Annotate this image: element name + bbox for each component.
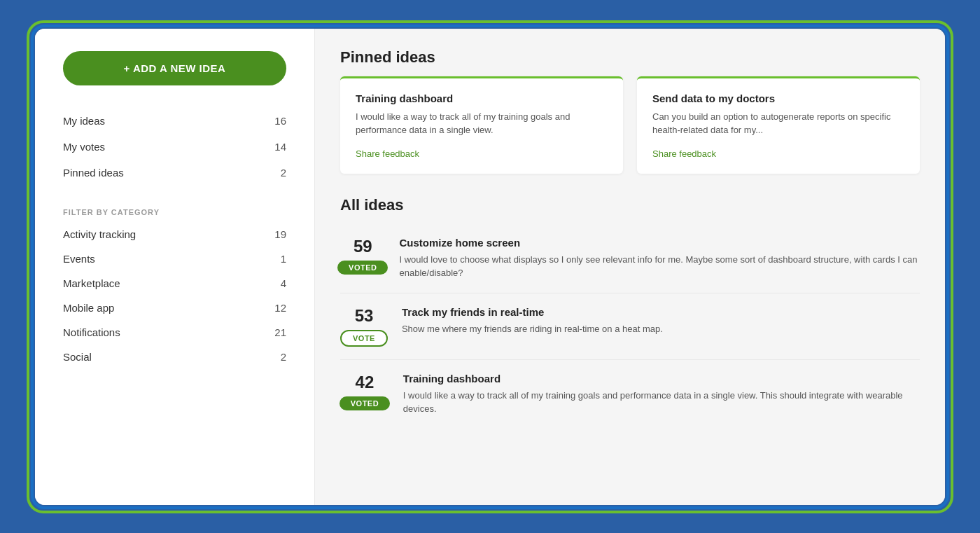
idea-content: Customize home screen I would love to ch… bbox=[400, 237, 920, 280]
category-item[interactable]: Events1 bbox=[63, 247, 286, 271]
vote-count: 53 bbox=[355, 306, 374, 326]
pinned-card-title: Training dashboard bbox=[356, 92, 608, 104]
idea-item-1: 53 VOTE Track my friends in real-time Sh… bbox=[340, 293, 920, 360]
pinned-card-desc: Can you build an option to autogenerate … bbox=[652, 110, 904, 137]
pinned-card-0: Training dashboard I would like a way to… bbox=[340, 76, 623, 174]
all-ideas-section-title: All ideas bbox=[340, 196, 920, 214]
category-count: 12 bbox=[274, 302, 286, 314]
add-idea-button[interactable]: + ADD A NEW IDEA bbox=[63, 51, 286, 85]
idea-content: Track my friends in real-time Show me wh… bbox=[402, 306, 663, 336]
category-list: Activity tracking19Events1Marketplace4Mo… bbox=[63, 222, 286, 369]
nav-list: My ideas16My votes14Pinned ideas2 bbox=[63, 108, 286, 186]
nav-item[interactable]: Pinned ideas2 bbox=[63, 160, 286, 186]
nav-item-count: 2 bbox=[281, 167, 286, 179]
nav-item[interactable]: My ideas16 bbox=[63, 108, 286, 134]
category-item[interactable]: Marketplace4 bbox=[63, 271, 286, 296]
idea-item-2: 42 VOTED Training dashboard I would like… bbox=[340, 360, 920, 429]
main-content: Pinned ideas Training dashboard I would … bbox=[315, 29, 945, 505]
vote-count: 59 bbox=[354, 237, 372, 256]
share-feedback-link[interactable]: Share feedback bbox=[356, 148, 419, 159]
vote-button[interactable]: VOTED bbox=[337, 261, 388, 275]
idea-item-0: 59 VOTED Customize home screen I would l… bbox=[340, 224, 920, 293]
category-label: Activity tracking bbox=[63, 228, 136, 240]
category-count: 4 bbox=[281, 277, 286, 289]
vote-block: 59 VOTED bbox=[340, 237, 386, 275]
vote-button[interactable]: VOTE bbox=[340, 330, 388, 347]
pinned-grid: Training dashboard I would like a way to… bbox=[340, 76, 920, 174]
category-label: Events bbox=[63, 253, 95, 265]
pinned-section-title: Pinned ideas bbox=[340, 48, 920, 67]
nav-item-count: 16 bbox=[274, 115, 286, 127]
nav-item-label: My ideas bbox=[63, 115, 105, 127]
idea-content: Training dashboard I would like a way to… bbox=[403, 373, 920, 416]
idea-desc: Show me where my friends are riding in r… bbox=[402, 322, 663, 336]
category-item[interactable]: Social2 bbox=[63, 345, 286, 369]
vote-button[interactable]: VOTED bbox=[340, 396, 390, 410]
vote-block: 42 VOTED bbox=[340, 373, 389, 410]
idea-desc: I would love to choose what displays so … bbox=[400, 253, 920, 280]
category-item[interactable]: Mobile app12 bbox=[63, 296, 286, 320]
category-count: 2 bbox=[281, 351, 286, 363]
category-label: Social bbox=[63, 351, 92, 363]
app-container: + ADD A NEW IDEA My ideas16My votes14Pin… bbox=[35, 29, 945, 505]
filter-label: FILTER BY CATEGORY bbox=[63, 208, 286, 216]
idea-desc: I would like a way to track all of my tr… bbox=[403, 389, 920, 416]
sidebar: + ADD A NEW IDEA My ideas16My votes14Pin… bbox=[35, 29, 315, 505]
pinned-card-title: Send data to my doctors bbox=[652, 92, 904, 104]
nav-item[interactable]: My votes14 bbox=[63, 134, 286, 160]
nav-item-label: Pinned ideas bbox=[63, 167, 124, 179]
category-item[interactable]: Notifications21 bbox=[63, 320, 286, 345]
pinned-card-desc: I would like a way to track all of my tr… bbox=[356, 110, 608, 137]
category-count: 19 bbox=[274, 228, 286, 240]
category-count: 21 bbox=[274, 326, 286, 338]
nav-item-label: My votes bbox=[63, 141, 105, 153]
category-label: Mobile app bbox=[63, 302, 114, 314]
category-item[interactable]: Activity tracking19 bbox=[63, 222, 286, 247]
outer-frame: + ADD A NEW IDEA My ideas16My votes14Pin… bbox=[35, 29, 945, 505]
category-label: Marketplace bbox=[63, 277, 120, 289]
vote-count: 42 bbox=[356, 373, 374, 392]
all-ideas-list: 59 VOTED Customize home screen I would l… bbox=[340, 224, 920, 429]
idea-title: Track my friends in real-time bbox=[402, 306, 663, 318]
category-label: Notifications bbox=[63, 326, 120, 338]
pinned-card-1: Send data to my doctors Can you build an… bbox=[637, 76, 920, 174]
share-feedback-link[interactable]: Share feedback bbox=[652, 148, 716, 159]
vote-block: 53 VOTE bbox=[340, 306, 388, 347]
category-count: 1 bbox=[281, 253, 286, 265]
idea-title: Customize home screen bbox=[400, 237, 920, 249]
nav-item-count: 14 bbox=[274, 141, 286, 153]
idea-title: Training dashboard bbox=[403, 373, 920, 385]
